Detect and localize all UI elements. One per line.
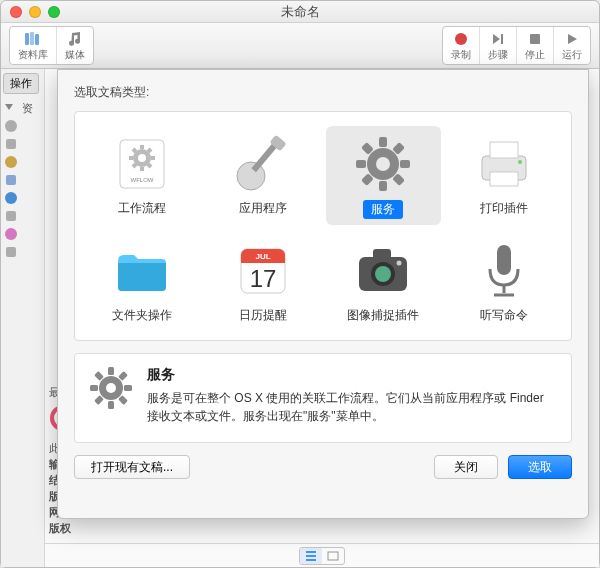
stop-button[interactable]: 停止 xyxy=(516,27,553,64)
sheet-buttons: 打开现有文稿... 关闭 选取 xyxy=(74,455,572,479)
folder-icon xyxy=(110,239,174,303)
info-gear-icon xyxy=(87,364,135,412)
choose-button[interactable]: 选取 xyxy=(508,455,572,479)
svg-line-30 xyxy=(133,164,136,167)
svg-rect-39 xyxy=(356,160,366,168)
svg-rect-5 xyxy=(501,34,503,44)
info-text: 服务 服务是可在整个 OS X 使用的关联工作流程。它们从当前应用程序或 Fin… xyxy=(147,364,559,425)
open-existing-button[interactable]: 打开现有文稿... xyxy=(74,455,190,479)
service-gear-icon xyxy=(351,132,415,196)
svg-rect-67 xyxy=(124,385,132,391)
svg-rect-46 xyxy=(490,142,518,158)
svg-point-3 xyxy=(455,33,467,45)
media-button[interactable]: 媒体 xyxy=(56,27,93,64)
music-note-icon xyxy=(66,31,84,47)
record-icon xyxy=(452,31,470,47)
svg-rect-38 xyxy=(379,181,387,191)
step-icon xyxy=(489,31,507,47)
right-tool-group: 录制 步骤 停止 运行 xyxy=(442,26,591,65)
type-workflow[interactable]: WFLOW 工作流程 xyxy=(85,126,200,225)
stop-icon xyxy=(526,31,544,47)
svg-rect-0 xyxy=(25,33,29,45)
microphone-icon xyxy=(472,239,536,303)
record-button[interactable]: 录制 xyxy=(443,27,479,64)
svg-rect-47 xyxy=(490,172,518,186)
svg-rect-71 xyxy=(118,395,128,405)
svg-text:WFLOW: WFLOW xyxy=(131,177,154,183)
sheet-title: 选取文稿类型: xyxy=(74,84,572,101)
svg-marker-7 xyxy=(568,34,577,44)
svg-rect-33 xyxy=(251,144,276,172)
svg-point-23 xyxy=(138,154,146,162)
svg-rect-68 xyxy=(118,371,128,381)
info-heading: 服务 xyxy=(147,364,559,385)
svg-rect-37 xyxy=(379,137,387,147)
window-title: 未命名 xyxy=(1,3,599,21)
svg-rect-64 xyxy=(108,367,114,375)
svg-rect-66 xyxy=(90,385,98,391)
svg-rect-69 xyxy=(94,395,104,405)
type-print-plugin[interactable]: 打印插件 xyxy=(447,126,562,225)
type-application[interactable]: 应用程序 xyxy=(206,126,321,225)
type-image-capture[interactable]: 图像捕捉插件 xyxy=(326,233,441,330)
type-folder-action[interactable]: 文件夹操作 xyxy=(85,233,200,330)
svg-point-48 xyxy=(518,160,522,164)
svg-marker-4 xyxy=(493,34,500,44)
svg-rect-70 xyxy=(94,371,104,381)
calendar-icon: JUL17 xyxy=(231,239,295,303)
svg-rect-2 xyxy=(35,34,39,45)
svg-line-28 xyxy=(133,149,136,152)
svg-point-57 xyxy=(375,266,391,282)
info-body: 服务是可在整个 OS X 使用的关联工作流程。它们从当前应用程序或 Finder… xyxy=(147,389,559,425)
svg-rect-65 xyxy=(108,401,114,409)
library-button[interactable]: 资料库 xyxy=(10,27,56,64)
printer-icon xyxy=(472,132,536,196)
svg-point-58 xyxy=(397,261,402,266)
svg-point-36 xyxy=(376,157,390,171)
play-icon xyxy=(563,31,581,47)
type-calendar-alarm[interactable]: JUL17 日历提醒 xyxy=(206,233,321,330)
info-box: 服务 服务是可在整个 OS X 使用的关联工作流程。它们从当前应用程序或 Fin… xyxy=(74,353,572,443)
svg-rect-6 xyxy=(530,34,540,44)
type-service[interactable]: 服务 xyxy=(326,126,441,225)
books-icon xyxy=(24,31,42,47)
close-button[interactable]: 关闭 xyxy=(434,455,498,479)
svg-rect-40 xyxy=(400,160,410,168)
svg-point-63 xyxy=(106,383,116,393)
svg-line-29 xyxy=(148,164,151,167)
run-button[interactable]: 运行 xyxy=(553,27,590,64)
svg-rect-59 xyxy=(497,245,511,275)
svg-line-31 xyxy=(148,149,151,152)
application-icon xyxy=(231,132,295,196)
workflow-icon: WFLOW xyxy=(110,132,174,196)
document-type-sheet: 选取文稿类型: WFLOW 工作流程 应用程序 服务 xyxy=(57,69,589,519)
svg-text:JUL: JUL xyxy=(255,252,270,261)
svg-rect-1 xyxy=(30,32,34,45)
type-dictation[interactable]: 听写命令 xyxy=(447,233,562,330)
titlebar: 未命名 xyxy=(1,1,599,23)
toolbar: 资料库 媒体 录制 步骤 停止 运行 xyxy=(1,23,599,69)
automator-window: 未命名 资料库 媒体 录制 步骤 停止 xyxy=(0,0,600,568)
left-tool-group: 资料库 媒体 xyxy=(9,26,94,65)
svg-text:17: 17 xyxy=(249,265,276,292)
svg-rect-55 xyxy=(373,249,391,259)
camera-icon xyxy=(351,239,415,303)
step-button[interactable]: 步骤 xyxy=(479,27,516,64)
type-grid: WFLOW 工作流程 应用程序 服务 打印插件 xyxy=(74,111,572,341)
